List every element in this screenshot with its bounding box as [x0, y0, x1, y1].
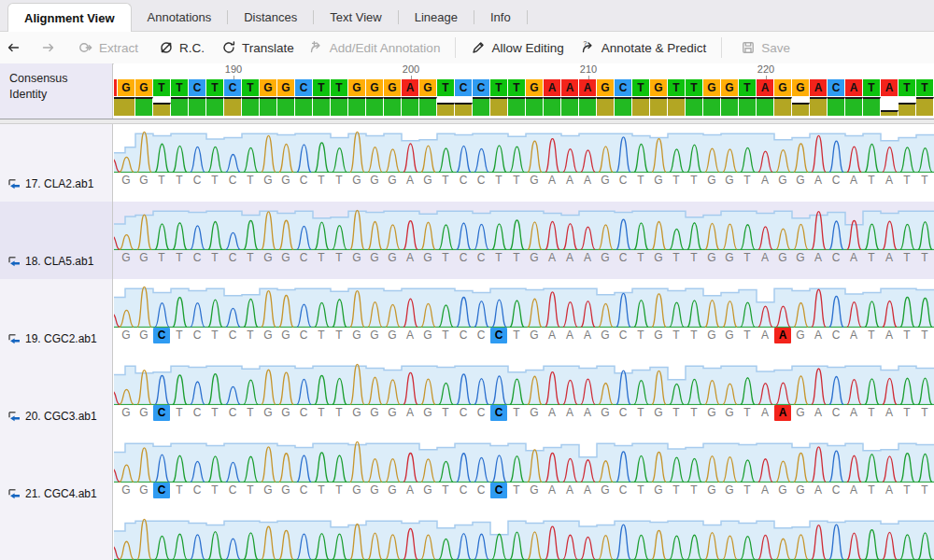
identity-bar: [668, 97, 686, 116]
base-call: G: [650, 483, 667, 498]
annotate-predict-button[interactable]: ?Annotate & Predict: [581, 40, 707, 55]
identity-bar: [348, 97, 366, 116]
base-call: G: [118, 328, 134, 343]
annotation-icon: [309, 40, 324, 55]
identity-bar: [114, 97, 135, 116]
translate-button[interactable]: Translate: [221, 40, 294, 55]
consensus-base: G: [260, 79, 276, 96]
base-call-letters[interactable]: GGTTCTCTGGCTTGGGAGTCCTTGAAAGCTGTTGGTAGGA…: [114, 250, 934, 267]
base-call: T: [331, 405, 347, 421]
trace-area[interactable]: [114, 439, 934, 483]
base-call: G: [597, 328, 614, 343]
base-call: A: [544, 483, 560, 498]
sequence-row-label[interactable]: 21. CGC4.ab1: [0, 434, 112, 511]
rc-button-label: R.C.: [179, 41, 205, 55]
tab-label: Distances: [244, 10, 297, 24]
base-call: G: [721, 405, 738, 421]
trace-area[interactable]: [114, 516, 934, 560]
base-call: T: [206, 328, 223, 343]
base-call: G: [277, 328, 294, 343]
base-call: C: [153, 328, 170, 343]
header-divider: [0, 119, 934, 124]
extract-button-label: Extract: [99, 41, 138, 55]
consensus-base: G: [721, 79, 738, 96]
base-call: C: [473, 405, 489, 421]
base-call: G: [792, 483, 809, 498]
base-call: T: [668, 173, 685, 189]
chromatogram-trace: [114, 206, 934, 250]
base-call: T: [206, 405, 223, 421]
sequence-row-label[interactable]: 17. CLA2.ab1: [0, 124, 112, 202]
base-call: G: [366, 405, 383, 421]
forward-button[interactable]: [41, 40, 56, 55]
consensus-label: Consensus: [9, 71, 112, 87]
add-edit-annotation-button[interactable]: Add/Edit Annotation: [309, 40, 441, 55]
consensus-base: C: [224, 79, 241, 96]
base-call-letters[interactable]: GGTTCTCTGGCTTGGGAGTCCTTGAAAGCTGTTGGTAGGA…: [114, 173, 934, 189]
consensus-base: T: [668, 79, 685, 96]
allow-editing-button[interactable]: Allow Editing: [471, 40, 563, 55]
base-call: T: [686, 328, 702, 343]
alignment-viewer-window: { "tabs": { "items": [ {"label": "Alignm…: [0, 0, 934, 560]
tab-distances[interactable]: Distances: [228, 4, 313, 31]
base-call: A: [757, 405, 773, 421]
tab-annotations[interactable]: Annotations: [132, 4, 228, 31]
base-call-letters[interactable]: GGCTCTCTGGCTTGGGAGTCCCTGAAAGCTGTTGGTAAGA…: [114, 405, 934, 422]
sequence-row-label[interactable]: 19. CGC2.ab1: [0, 279, 112, 357]
base-call: G: [348, 405, 365, 421]
sequence-row-label[interactable]: 20. CGC3.ab1: [0, 357, 112, 434]
save-button[interactable]: Save: [741, 40, 790, 55]
identity-bar: [544, 97, 561, 116]
base-call: T: [313, 328, 330, 343]
base-call: C: [455, 483, 472, 498]
sequence-row-label[interactable]: [0, 511, 112, 560]
tab-info[interactable]: Info: [474, 4, 527, 31]
rc-button[interactable]: R.C.: [159, 40, 205, 55]
sequence-row-label[interactable]: 18. CLA5.ab1: [0, 202, 112, 279]
base-call: C: [455, 405, 472, 421]
trace-area[interactable]: [114, 361, 934, 405]
base-call: T: [632, 250, 649, 266]
trace-area[interactable]: [114, 129, 934, 173]
base-call: C: [490, 405, 507, 421]
tab-alignment-view[interactable]: Alignment View: [7, 3, 132, 32]
base-call: T: [437, 483, 454, 498]
consensus-sequence-row[interactable]: GGTTCTCTGGCTTGGGAGTCCTTGAAAGCTGTTGGTAGGA…: [114, 79, 934, 97]
base-call: T: [508, 250, 525, 266]
base-call: T: [739, 405, 756, 421]
base-call: A: [810, 483, 827, 498]
tab-text-view[interactable]: Text View: [314, 4, 397, 31]
sequence-row: 19. CGC2.ab1GGCTCTCTGGCTTGGGAGTCCCTGAAAG…: [0, 279, 934, 357]
base-call: G: [597, 405, 614, 421]
trace-area[interactable]: [114, 284, 934, 328]
sequence-row: [0, 511, 934, 560]
identity-bar: [828, 97, 845, 116]
tab-lineage[interactable]: Lineage: [399, 4, 474, 31]
extract-button[interactable]: Extract: [78, 40, 138, 55]
base-call: G: [135, 173, 152, 189]
base-call: C: [828, 328, 844, 343]
base-call: G: [348, 173, 365, 189]
base-call: A: [810, 328, 827, 343]
base-call-letters[interactable]: GGCTCTCTGGCTTGGGAGTCCCTGAAAGCTGTTGGTAGGA…: [114, 483, 934, 499]
pencil-icon: [471, 40, 486, 55]
tab-label: Alignment View: [24, 11, 115, 25]
base-call: G: [774, 483, 791, 498]
consensus-base: C: [455, 79, 472, 96]
back-button[interactable]: [6, 40, 21, 55]
consensus-base: G: [419, 79, 436, 96]
trace-document-icon: [7, 178, 21, 189]
base-call-letters[interactable]: GGCTCTCTGGCTTGGGAGTCCCTGAAAGCTGTTGGTAAGA…: [114, 328, 934, 344]
toolbar-separator: [721, 37, 722, 58]
base-call: T: [171, 173, 188, 189]
base-call: T: [153, 173, 170, 189]
base-call: C: [828, 250, 844, 266]
trace-area[interactable]: [114, 206, 934, 250]
base-call: A: [881, 405, 898, 421]
base-call: T: [490, 173, 507, 189]
base-call: A: [845, 328, 862, 343]
base-call: G: [721, 173, 738, 189]
base-call: A: [579, 328, 596, 343]
identity-bar: [206, 97, 224, 116]
base-call: G: [792, 405, 809, 421]
